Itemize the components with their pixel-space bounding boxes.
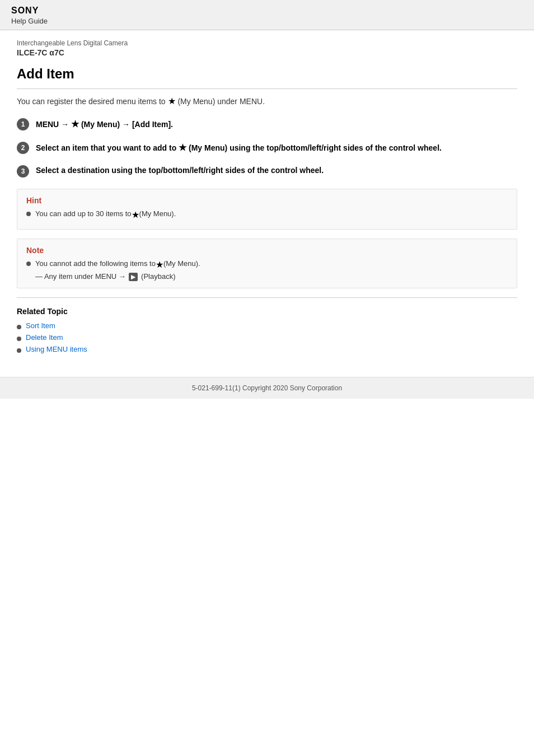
help-guide-label: Help Guide [11, 17, 523, 25]
note-text-before: You cannot add the following items to [35, 259, 156, 268]
related-bullet-2 [17, 337, 21, 341]
step-3-text: Select a destination using the top/botto… [36, 166, 324, 175]
step-2-number: 2 [17, 142, 29, 154]
breadcrumb: Interchangeable Lens Digital Camera [17, 39, 517, 47]
hint-text-after: (My Menu). [139, 209, 176, 218]
related-bullet-3 [17, 348, 21, 353]
hint-box: Hint You can add up to 30 items to ★ (My… [17, 189, 517, 230]
step-1-star: ★ [71, 118, 79, 131]
delete-item-link[interactable]: Delete Item [26, 333, 63, 342]
related-topic-title: Related Topic [17, 307, 517, 316]
note-star: ★ [156, 259, 163, 270]
step-3-number: 3 [17, 165, 29, 178]
step-1-number: 1 [17, 118, 29, 130]
hint-bullet [26, 212, 31, 216]
note-box: Note You cannot add the following items … [17, 239, 517, 288]
step-3: 3 Select a destination using the top/bot… [17, 165, 517, 178]
intro-before-star: You can register the desired menu items … [17, 97, 166, 106]
step-1: 1 MENU → ★ (My Menu) → [Add Item]. [17, 118, 517, 131]
related-link-sort[interactable]: Sort Item [17, 321, 517, 330]
related-link-using-menu[interactable]: Using MENU items [17, 345, 517, 353]
hint-text-before: You can add up to 30 items to [35, 209, 132, 218]
intro-star-icon: ★ [168, 96, 176, 106]
step-3-content: Select a destination using the top/botto… [36, 165, 324, 176]
page-footer: 5-021-699-11(1) Copyright 2020 Sony Corp… [0, 377, 534, 399]
footer-text: 5-021-699-11(1) Copyright 2020 Sony Corp… [192, 384, 342, 392]
related-bullet-1 [17, 325, 21, 329]
using-menu-items-link[interactable]: Using MENU items [26, 345, 87, 353]
note-text-after: (My Menu). [163, 259, 200, 268]
step-1-content: MENU → ★ (My Menu) → [Add Item]. [36, 118, 173, 131]
intro-after-star: (My Menu) under MENU. [177, 97, 265, 106]
note-sub-item: — Any item under MENU → ▶ (Playback) [35, 272, 508, 281]
hint-star: ★ [132, 209, 139, 220]
step-2-star: ★ [179, 141, 186, 155]
hint-title: Hint [26, 196, 508, 205]
note-title: Note [26, 246, 508, 255]
note-item-1: You cannot add the following items to ★ … [26, 259, 508, 270]
step-2-text-before: Select an item that you want to add to [36, 143, 179, 152]
intro-text: You can register the desired menu items … [17, 96, 517, 106]
main-content: Interchangeable Lens Digital Camera ILCE… [0, 30, 534, 366]
note-sub-before: — Any item under MENU → [35, 272, 128, 281]
sort-item-link[interactable]: Sort Item [26, 321, 55, 330]
related-link-delete[interactable]: Delete Item [17, 333, 517, 342]
page-header: SONY Help Guide [0, 0, 534, 30]
step-2-text-after: (My Menu) using the top/bottom/left/righ… [186, 143, 442, 152]
device-name: ILCE-7C α7C [17, 48, 517, 57]
related-topic-section: Related Topic Sort Item Delete Item Usin… [17, 297, 517, 366]
note-sub-after: (Playback) [139, 272, 175, 281]
step-1-text-after: (My Menu) → [Add Item]. [79, 120, 173, 129]
page-title: Add Item [17, 66, 517, 82]
step-1-text-before: MENU → [36, 120, 71, 129]
step-2: 2 Select an item that you want to add to… [17, 141, 517, 155]
sony-brand: SONY [11, 6, 523, 16]
hint-item-1: You can add up to 30 items to ★ (My Menu… [26, 209, 508, 220]
title-divider [17, 88, 517, 89]
note-bullet [26, 262, 31, 266]
playback-icon: ▶ [129, 273, 138, 281]
steps-container: 1 MENU → ★ (My Menu) → [Add Item]. 2 Sel… [17, 118, 517, 178]
step-2-content: Select an item that you want to add to ★… [36, 141, 442, 155]
